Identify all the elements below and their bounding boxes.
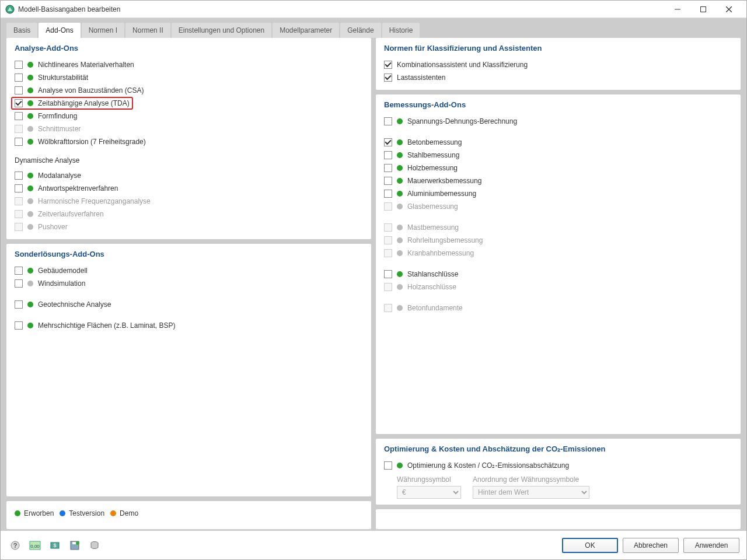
checkbox[interactable] xyxy=(384,138,392,146)
tab-einstellungen[interactable]: Einstellungen und Optionen xyxy=(172,23,271,38)
option-row[interactable]: Stahlbemessung xyxy=(384,149,732,162)
cost-icon[interactable]: $ xyxy=(47,538,62,553)
option-row[interactable]: Betonbemessung xyxy=(384,136,732,149)
tab-normen-ii[interactable]: Normen II xyxy=(125,23,170,38)
select-arrange[interactable]: Hinter dem Wert xyxy=(473,486,589,499)
status-dot xyxy=(27,211,33,217)
tab-modellparameter[interactable]: Modellparameter xyxy=(273,23,339,38)
status-dot xyxy=(397,250,403,256)
status-dot xyxy=(397,225,403,230)
heading-opt: Optimierung & Kosten und Abschätzung der… xyxy=(384,444,732,453)
option-row: Holzanschlüsse xyxy=(384,281,732,293)
option-label: Optimierung & Kosten / CO₂-Emissionsabsc… xyxy=(407,461,569,470)
checkbox[interactable] xyxy=(15,86,23,94)
checkbox[interactable] xyxy=(384,190,392,198)
option-row[interactable]: Spannungs-Dehnungs-Berechnung xyxy=(384,115,732,128)
close-button[interactable] xyxy=(716,1,742,18)
checkbox xyxy=(15,210,23,218)
checkbox[interactable] xyxy=(15,267,23,275)
select-currency[interactable]: € xyxy=(397,486,461,499)
option-row[interactable]: Mauerwerksbemessung xyxy=(384,174,732,187)
status-dot xyxy=(27,224,33,230)
db-icon[interactable] xyxy=(87,538,102,553)
option-row: Schnittmuster xyxy=(15,123,363,135)
checkbox xyxy=(384,283,392,291)
maximize-button[interactable] xyxy=(690,1,716,18)
option-row[interactable]: Geotechnische Analyse xyxy=(15,298,363,311)
cancel-button[interactable]: Abbrechen xyxy=(623,538,679,553)
tab-basis[interactable]: Basis xyxy=(6,23,37,38)
checkbox[interactable] xyxy=(384,177,392,185)
heading-normen: Normen für Klassifizierung und Assistent… xyxy=(384,44,732,52)
checkbox[interactable] xyxy=(15,184,23,192)
checkbox[interactable] xyxy=(15,99,23,107)
checkbox[interactable] xyxy=(15,74,23,82)
checkbox[interactable] xyxy=(15,138,23,146)
checkbox[interactable] xyxy=(15,112,23,120)
status-dot xyxy=(397,305,403,311)
tab-historie[interactable]: Historie xyxy=(382,23,420,38)
option-label: Windsimulation xyxy=(38,279,85,288)
option-row[interactable]: Antwortspektrenverfahren xyxy=(15,182,363,195)
checkbox[interactable] xyxy=(384,270,392,278)
tab-gelaende[interactable]: Gelände xyxy=(340,23,381,38)
option-row[interactable]: Wölbkrafttorsion (7 Freiheitsgrade) xyxy=(15,135,363,148)
option-row[interactable]: Windsimulation xyxy=(15,277,363,290)
help-icon[interactable]: ? xyxy=(8,538,23,553)
option-row[interactable]: Stahlanschlüsse xyxy=(384,268,732,281)
status-dot xyxy=(27,75,33,80)
option-row: Mastbemessung xyxy=(384,221,732,234)
option-label: Geotechnische Analyse xyxy=(38,300,111,309)
panel-legend: Erworben Testversion Demo xyxy=(6,501,371,529)
option-row[interactable]: Holzbemessung xyxy=(384,162,732,174)
status-dot xyxy=(397,139,403,145)
option-label: Strukturstabilität xyxy=(38,74,88,82)
status-dot xyxy=(27,198,33,204)
status-dot xyxy=(27,268,33,274)
legend-dot-green xyxy=(15,510,20,516)
checkbox[interactable] xyxy=(384,164,392,172)
panel-optimization: Optimierung & Kosten und Abschätzung der… xyxy=(376,439,741,505)
checkbox[interactable] xyxy=(384,61,392,69)
save-icon[interactable] xyxy=(67,538,82,553)
checkbox[interactable] xyxy=(384,117,392,125)
option-row[interactable]: Gebäudemodell xyxy=(15,264,363,277)
checkbox[interactable] xyxy=(15,172,23,180)
tab-normen-i[interactable]: Normen I xyxy=(82,23,124,38)
checkbox[interactable] xyxy=(384,461,392,470)
checkbox[interactable] xyxy=(15,279,23,288)
svg-point-13 xyxy=(76,541,79,545)
checkbox[interactable] xyxy=(384,151,392,159)
checkbox xyxy=(15,125,23,133)
option-label: Kranbahnbemessung xyxy=(407,249,474,257)
option-row[interactable]: Mehrschichtige Flächen (z.B. Laminat, BS… xyxy=(15,319,363,332)
checkbox[interactable] xyxy=(384,74,392,82)
status-dot xyxy=(27,62,33,68)
option-row[interactable]: Formfindung xyxy=(15,110,363,123)
ok-button[interactable]: OK xyxy=(562,538,618,553)
status-dot xyxy=(397,284,403,290)
legend-acquired: Erworben xyxy=(24,509,54,517)
checkbox[interactable] xyxy=(15,61,23,69)
option-row[interactable]: Nichtlineares Materialverhalten xyxy=(15,58,363,71)
checkbox[interactable] xyxy=(15,300,23,309)
option-label: Mehrschichtige Flächen (z.B. Laminat, BS… xyxy=(38,321,175,330)
option-row[interactable]: Aluminiumbemessung xyxy=(384,187,732,200)
apply-button[interactable]: Anwenden xyxy=(683,538,739,553)
option-row[interactable]: Modalanalyse xyxy=(15,169,363,182)
option-row[interactable]: Kombinationsassistent und Klassifizierun… xyxy=(384,58,732,71)
units-icon[interactable]: 0,00 xyxy=(27,538,43,553)
option-row[interactable]: Optimierung & Kosten / CO₂-Emissionsabsc… xyxy=(384,459,732,472)
option-row[interactable]: Lastassistenten xyxy=(384,71,732,84)
label-arrange: Anordnung der Währungssymbole xyxy=(473,475,589,484)
option-label: Betonfundamente xyxy=(407,304,463,312)
checkbox[interactable] xyxy=(15,321,23,330)
minimize-button[interactable] xyxy=(665,1,690,18)
option-row[interactable]: Strukturstabilität xyxy=(15,71,363,84)
status-dot xyxy=(27,113,33,119)
tab-strip: Basis Add-Ons Normen I Normen II Einstel… xyxy=(6,23,741,38)
checkbox xyxy=(15,197,23,205)
tab-add-ons[interactable]: Add-Ons xyxy=(39,23,80,38)
option-row[interactable]: Zeitabhängige Analyse (TDA) xyxy=(11,97,133,110)
option-row[interactable]: Analyse von Bauzuständen (CSA) xyxy=(15,84,363,97)
